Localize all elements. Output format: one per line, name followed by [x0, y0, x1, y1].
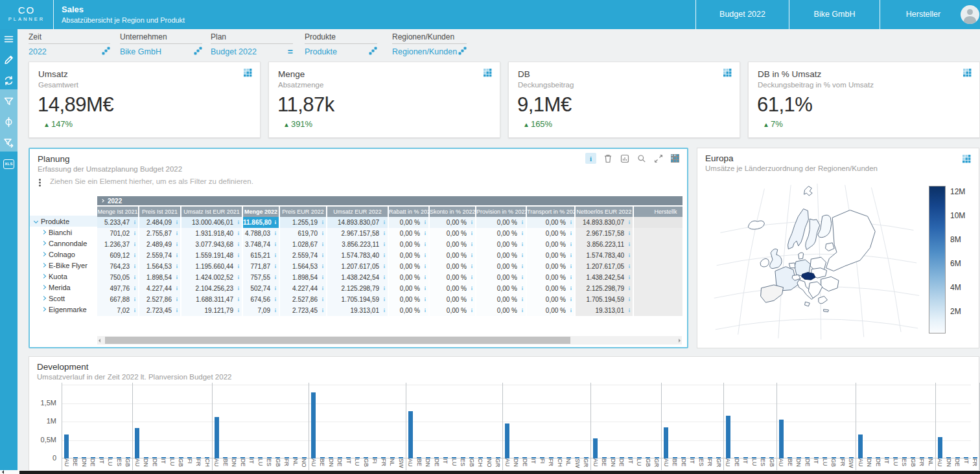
- cell-info-icon[interactable]: i: [238, 272, 239, 283]
- cell-menge-2022[interactable]: 674,56i: [243, 294, 279, 305]
- cell-herstellk[interactable]: [634, 239, 682, 250]
- bar-au[interactable]: [593, 438, 598, 458]
- cell-info-icon[interactable]: i: [322, 283, 323, 294]
- delete-trash-icon[interactable]: [602, 153, 613, 164]
- cell-herstellk[interactable]: [634, 250, 682, 261]
- cell-info-icon[interactable]: i: [384, 217, 385, 228]
- cell-umsatz-eur-2022[interactable]: 2.125.298,79i: [327, 283, 388, 294]
- scroll-left-arrow-icon[interactable]: [2, 470, 4, 474]
- cell-menge-2022[interactable]: 502,74i: [243, 283, 279, 294]
- cell-skonto-in-2022[interactable]: 0,00 %i: [430, 228, 475, 239]
- cell-herstellk[interactable]: [634, 228, 682, 239]
- cell-umsatz-eur-2022[interactable]: 1.207.617,05i: [327, 261, 388, 272]
- cell-rabatt-in-2022[interactable]: 0,00 %i: [389, 217, 428, 228]
- chart-widget-icon[interactable]: [619, 153, 630, 164]
- cell-nettoerl-s-eur-2022[interactable]: 1.574.783,40i: [576, 250, 633, 261]
- cell-info-icon[interactable]: i: [322, 228, 323, 239]
- cell-menge-2022[interactable]: 11.865,80i: [243, 217, 279, 228]
- cell-info-icon[interactable]: i: [471, 239, 472, 250]
- cell-preis-eur-2022[interactable]: 1.898,54i: [280, 272, 326, 283]
- cell-info-icon[interactable]: i: [238, 250, 239, 261]
- cell-menge-ist-2021[interactable]: 7,02i: [97, 305, 138, 316]
- cell-info-icon[interactable]: i: [425, 250, 426, 261]
- filter-value[interactable]: Produkte: [305, 47, 337, 56]
- cell-info-icon[interactable]: i: [384, 228, 385, 239]
- chevron-right-icon[interactable]: [41, 230, 46, 234]
- bar-au[interactable]: [505, 423, 509, 458]
- cell-menge-2022[interactable]: 771,87i: [243, 261, 279, 272]
- cell-info-icon[interactable]: i: [275, 272, 276, 283]
- cell-herstellk[interactable]: [634, 217, 682, 228]
- cell-menge-2022[interactable]: 4.788,03i: [243, 228, 279, 239]
- cell-info-icon[interactable]: i: [275, 239, 276, 250]
- cell-provision-in-2022[interactable]: 0,00 %i: [476, 261, 526, 272]
- table-year-group-header[interactable]: 2022: [97, 196, 682, 205]
- cell-umsatz-eur-2022[interactable]: 14.893.830,07i: [327, 217, 388, 228]
- cell-info-icon[interactable]: i: [471, 283, 472, 294]
- cell-info-icon[interactable]: i: [384, 261, 385, 272]
- cell-preis-eur-2022[interactable]: 619,70i: [280, 228, 326, 239]
- cell-info-icon[interactable]: i: [275, 228, 276, 239]
- filter-value-row[interactable]: 2022: [29, 47, 110, 57]
- bar-au[interactable]: [408, 411, 413, 458]
- cell-transport-in-2022[interactable]: 0,00 %i: [527, 217, 574, 228]
- cell-provision-in-2022[interactable]: 0,00 %i: [476, 305, 526, 316]
- cell-info-icon[interactable]: i: [522, 283, 523, 294]
- bar-au[interactable]: [311, 392, 316, 458]
- cell-info-icon[interactable]: i: [176, 217, 178, 228]
- cell-preis-ist-2021[interactable]: 4.227,44i: [139, 283, 180, 294]
- cell-preis-ist-2021[interactable]: 2.723,45i: [139, 305, 180, 316]
- cell-provision-in-2022[interactable]: 0,00 %i: [476, 294, 526, 305]
- cell-menge-ist-2021[interactable]: 5.233,47i: [97, 217, 138, 228]
- cell-umsatz-eur-2022[interactable]: 1.705.194,59i: [327, 294, 388, 305]
- hierarchy-icon[interactable]: [194, 47, 202, 57]
- column-header-herstellk[interactable]: Herstellk: [634, 207, 682, 217]
- cell-preis-eur-2022[interactable]: 2.527,86i: [280, 294, 326, 305]
- widget-grid-icon[interactable]: [723, 68, 732, 76]
- cell-info-icon[interactable]: i: [425, 217, 426, 228]
- cell-info-icon[interactable]: i: [570, 228, 572, 239]
- bar-au[interactable]: [779, 420, 784, 458]
- filter-value[interactable]: 2022: [29, 47, 47, 56]
- row-label-bianchi[interactable]: Bianchi: [30, 227, 97, 238]
- cell-skonto-in-2022[interactable]: 0,00 %i: [430, 239, 475, 250]
- cell-transport-in-2022[interactable]: 0,00 %i: [527, 250, 574, 261]
- chevron-right-icon[interactable]: [41, 296, 46, 300]
- cell-nettoerl-s-eur-2022[interactable]: 1.438.242,54i: [576, 272, 633, 283]
- bar-au[interactable]: [858, 435, 863, 458]
- cell-provision-in-2022[interactable]: 0,00 %i: [476, 272, 526, 283]
- cell-menge-2022[interactable]: 757,55i: [243, 272, 279, 283]
- column-header-nettoerl-s-eur-2022[interactable]: Nettoerlös EUR 2022: [576, 207, 633, 217]
- topbar-button-budget-2022[interactable]: Budget 2022: [695, 0, 789, 29]
- column-header-menge-2022[interactable]: Menge 2022: [243, 207, 279, 217]
- cell-info-icon[interactable]: i: [570, 305, 572, 316]
- cell-info-icon[interactable]: i: [522, 250, 523, 261]
- cell-info-icon[interactable]: i: [425, 239, 426, 250]
- cell-umsatz-ist-eur-2021[interactable]: 1.424.002,52i: [181, 272, 242, 283]
- cell-rabatt-in-2022[interactable]: 0,00 %i: [389, 239, 428, 250]
- bar-au[interactable]: [64, 435, 69, 458]
- cell-info-icon[interactable]: i: [384, 250, 385, 261]
- kpi-card-db-in-umsatz[interactable]: DB in % UmsatzDeckungsbeitrag in % vom U…: [748, 62, 980, 138]
- cell-menge-2022[interactable]: 615,21i: [243, 250, 279, 261]
- cell-umsatz-eur-2022[interactable]: 2.967.157,58i: [327, 228, 388, 239]
- cell-nettoerl-s-eur-2022[interactable]: 1.207.617,05i: [576, 261, 633, 272]
- cell-info-icon[interactable]: i: [425, 283, 426, 294]
- cell-provision-in-2022[interactable]: 0,00 %i: [476, 283, 526, 294]
- cell-provision-in-2022[interactable]: 0,00 %i: [476, 250, 526, 261]
- widget-grid-icon[interactable]: [962, 154, 971, 163]
- scroll-right-arrow-icon[interactable]: [679, 339, 681, 343]
- cell-herstellk[interactable]: [634, 261, 682, 272]
- cell-umsatz-ist-eur-2021[interactable]: 3.077.943,68i: [181, 239, 242, 250]
- cell-umsatz-eur-2022[interactable]: 1.574.783,40i: [327, 250, 388, 261]
- cell-info-icon[interactable]: i: [238, 239, 239, 250]
- cell-info-icon[interactable]: i: [384, 239, 385, 250]
- cell-info-icon[interactable]: i: [425, 305, 426, 316]
- cell-info-icon[interactable]: i: [471, 250, 472, 261]
- cell-umsatz-eur-2022[interactable]: 1.438.242,54i: [327, 272, 388, 283]
- cell-info-icon[interactable]: i: [629, 261, 630, 272]
- cell-info-icon[interactable]: i: [471, 305, 472, 316]
- row-label-eigenmarke[interactable]: Eigenmarke: [30, 304, 97, 315]
- cell-menge-2022[interactable]: 3.748,74i: [243, 239, 279, 250]
- cell-info-icon[interactable]: i: [176, 261, 178, 272]
